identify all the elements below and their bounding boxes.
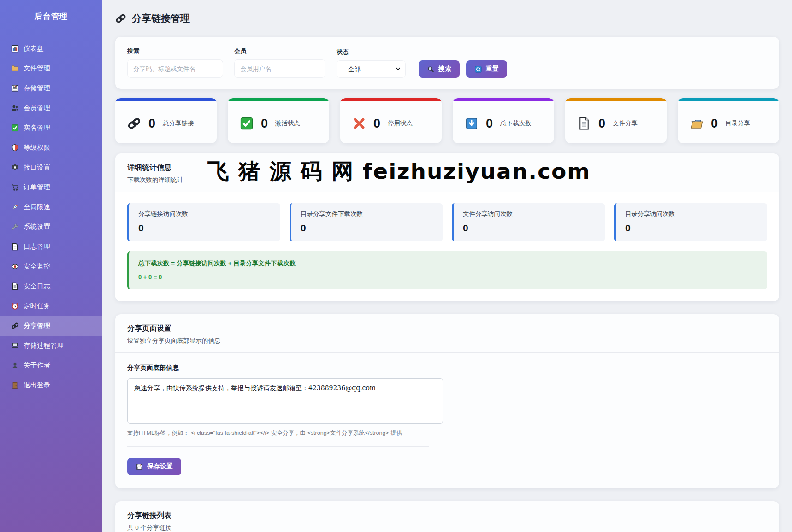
stat-card-accent-strip xyxy=(115,98,217,101)
folder-icon xyxy=(11,64,19,72)
stat-card-5: 0文件分享 xyxy=(565,98,667,143)
laptop-icon xyxy=(11,342,19,350)
shield-icon xyxy=(11,144,19,152)
floppy-icon xyxy=(11,84,19,92)
sidebar-item-label: 存储过程管理 xyxy=(24,341,64,350)
search-input[interactable] xyxy=(127,59,223,78)
stat-card-1: 0总分享链接 xyxy=(115,98,217,143)
mini-stat-label: 分享链接访问次数 xyxy=(138,210,271,218)
reset-icon xyxy=(474,65,482,73)
sidebar-item-4[interactable]: 会员管理 xyxy=(0,98,102,118)
sidebar-item-6[interactable]: 等级权限 xyxy=(0,138,102,158)
share-page-settings-card: 分享页面设置 设置独立分享页面底部显示的信息 分享页面底部信息 急速分享，由快传… xyxy=(115,314,779,488)
mini-stat-box-2: 目录分享文件下载次数0 xyxy=(290,203,443,241)
share-list-title: 分享链接列表 xyxy=(127,511,767,520)
gear-icon xyxy=(11,164,19,171)
sidebar-item-16[interactable]: 存储过程管理 xyxy=(0,336,102,356)
mini-stat-value: 0 xyxy=(138,222,271,234)
stat-label: 目录分享 xyxy=(725,119,750,128)
search-icon xyxy=(427,65,435,73)
sidebar-item-label: 等级权限 xyxy=(24,143,50,152)
stat-card-accent-strip xyxy=(565,98,667,101)
stat-label: 激活状态 xyxy=(275,119,300,128)
page-title: 分享链接管理 xyxy=(115,12,779,25)
formula-box: 总下载次数 = 分享链接访问次数 + 目录分享文件下载次数 0 + 0 = 0 xyxy=(127,251,767,289)
dashboard-icon xyxy=(11,45,19,53)
link-icon xyxy=(115,13,126,24)
sidebar-item-11[interactable]: 日志管理 xyxy=(0,237,102,257)
stat-card-3: 0停用状态 xyxy=(340,98,442,143)
sidebar-item-15[interactable]: 分享管理 xyxy=(0,316,102,336)
settings-title: 分享页面设置 xyxy=(127,324,767,333)
status-select[interactable]: 全部 xyxy=(337,60,406,78)
sidebar-item-8[interactable]: 订单管理 xyxy=(0,177,102,197)
detail-stats-subtitle: 下载次数的详细统计 xyxy=(127,176,767,184)
member-input[interactable] xyxy=(234,59,325,78)
sidebar-item-2[interactable]: 文件管理 xyxy=(0,58,102,78)
sidebar-item-label: 退出登录 xyxy=(24,381,50,390)
sidebar-item-5[interactable]: 实名管理 xyxy=(0,118,102,138)
save-settings-button[interactable]: 保存设置 xyxy=(127,458,181,475)
mini-stats-grid: 分享链接访问次数0目录分享文件下载次数0文件分享访问次数0目录分享访问次数0 xyxy=(127,203,767,241)
formula-title: 总下载次数 = 分享链接访问次数 + 目录分享文件下载次数 xyxy=(138,259,758,268)
sidebar-item-18[interactable]: 退出登录 xyxy=(0,375,102,395)
sidebar-item-label: 接口设置 xyxy=(24,163,50,172)
sidebar-item-14[interactable]: 定时任务 xyxy=(0,296,102,316)
sidebar-item-label: 定时任务 xyxy=(24,302,50,310)
door-icon xyxy=(11,381,19,389)
search-label: 搜索 xyxy=(127,47,223,55)
sidebar-item-12[interactable]: 安全监控 xyxy=(0,257,102,276)
sidebar-item-17[interactable]: 关于作者 xyxy=(0,356,102,375)
status-field-group: 状态 全部 xyxy=(337,48,406,78)
sidebar-item-label: 会员管理 xyxy=(24,104,50,112)
sidebar-menu: 仪表盘文件管理存储管理会员管理实名管理等级权限接口设置订单管理全局限速系统设置日… xyxy=(0,33,102,395)
search-button[interactable]: 搜索 xyxy=(419,60,460,78)
sidebar-item-label: 系统设置 xyxy=(24,222,50,231)
page-icon xyxy=(11,282,19,290)
link-icon xyxy=(127,117,141,130)
reset-button[interactable]: 重置 xyxy=(466,60,507,78)
stat-value: 0 xyxy=(261,117,268,131)
sidebar-item-10[interactable]: 系统设置 xyxy=(0,217,102,237)
html-hint-text: 支持HTML标签，例如： <i class="fas fa-shield-alt… xyxy=(127,429,429,437)
sidebar-item-1[interactable]: 仪表盘 xyxy=(0,39,102,58)
sidebar-item-3[interactable]: 存储管理 xyxy=(0,78,102,98)
sidebar-item-label: 分享管理 xyxy=(24,322,50,330)
mini-stat-value: 0 xyxy=(301,222,433,234)
sidebar-item-label: 订单管理 xyxy=(24,183,50,192)
footer-info-textarea[interactable]: 急速分享，由快传系统提供支持，举报与投诉请发送邮箱至：423889236@qq.… xyxy=(127,378,443,424)
sidebar-item-label: 实名管理 xyxy=(24,123,50,132)
sidebar-item-13[interactable]: 安全日志 xyxy=(0,276,102,296)
sidebar-item-label: 仪表盘 xyxy=(24,44,44,53)
status-label: 状态 xyxy=(337,48,406,56)
stat-value: 0 xyxy=(373,117,380,131)
footer-info-label: 分享页面底部信息 xyxy=(127,364,767,372)
formula-value: 0 + 0 = 0 xyxy=(138,274,758,281)
wrench-icon xyxy=(11,223,19,231)
settings-subtitle: 设置独立分享页面底部显示的信息 xyxy=(127,337,767,345)
stat-card-2: 0激活状态 xyxy=(228,98,329,143)
sidebar-item-label: 关于作者 xyxy=(24,361,50,370)
stat-value: 0 xyxy=(486,117,493,131)
search-field-group: 搜索 xyxy=(127,47,223,78)
check-icon xyxy=(11,124,19,132)
stat-card-accent-strip xyxy=(228,98,329,101)
share-list-count: 共 0 个分享链接 xyxy=(127,524,767,532)
main-content: 分享链接管理 搜索 会员 状态 全部 xyxy=(102,0,792,532)
share-link-list-card: 分享链接列表 共 0 个分享链接 xyxy=(115,501,779,532)
search-filter-card: 搜索 会员 状态 全部 搜索 xyxy=(115,37,779,89)
mini-stat-box-3: 文件分享访问次数0 xyxy=(452,203,605,241)
sidebar-item-label: 日志管理 xyxy=(24,242,50,251)
sidebar-item-label: 安全监控 xyxy=(24,262,50,271)
mini-stat-label: 目录分享访问次数 xyxy=(625,210,758,218)
sidebar-item-9[interactable]: 全局限速 xyxy=(0,197,102,217)
users-icon xyxy=(11,104,19,112)
mini-stat-label: 目录分享文件下载次数 xyxy=(301,210,433,218)
sidebar-item-7[interactable]: 接口设置 xyxy=(0,158,102,177)
detail-stats-title: 详细统计信息 xyxy=(127,163,767,173)
stat-card-accent-strip xyxy=(678,98,779,101)
detail-stats-card: 飞 猪 源 码 网 feizhuziyuan.com 详细统计信息 下载次数的详… xyxy=(115,153,779,301)
page-title-text: 分享链接管理 xyxy=(132,12,190,25)
sidebar: 后台管理 仪表盘文件管理存储管理会员管理实名管理等级权限接口设置订单管理全局限速… xyxy=(0,0,102,532)
member-label: 会员 xyxy=(234,47,325,55)
